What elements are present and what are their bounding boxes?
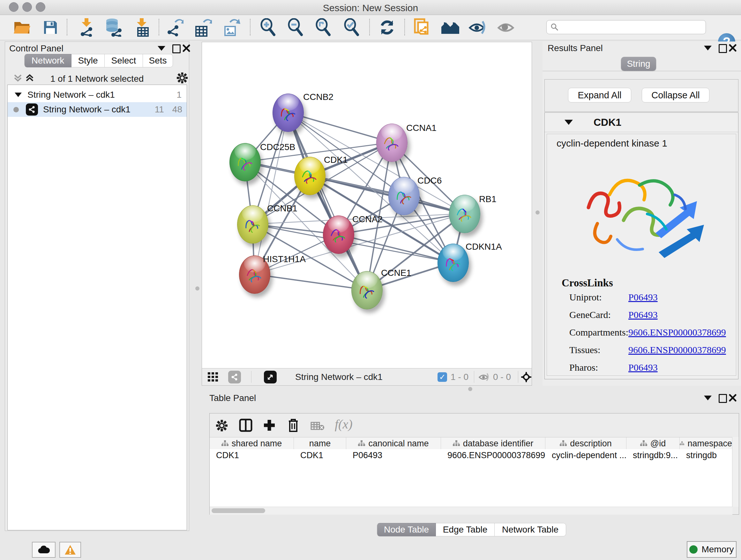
crosslink-value-link[interactable]: 9606.ENSP00000378699	[628, 327, 726, 338]
close-panel-icon[interactable]	[729, 394, 737, 401]
network-node-CCNA1[interactable]	[376, 124, 408, 162]
float-panel-icon[interactable]	[719, 44, 727, 53]
tab-sets[interactable]: Sets	[143, 54, 173, 67]
table-cell[interactable]: stringdb	[680, 449, 732, 461]
results-actions-box: Expand All Collapse All	[544, 79, 738, 112]
protein-thumbnail-icon	[444, 253, 462, 273]
close-panel-icon[interactable]	[729, 44, 737, 52]
close-panel-icon[interactable]	[183, 44, 190, 52]
search-input[interactable]	[546, 20, 706, 34]
table-panel: f(x) shared namenamecanonical namedataba…	[209, 413, 739, 515]
crosslink-value-link[interactable]: P06493	[628, 362, 658, 373]
zoom-in-button[interactable]	[258, 17, 278, 37]
collection-expander-icon[interactable]	[15, 92, 22, 97]
network-node-CDKN1A[interactable]	[437, 244, 469, 282]
zoom-out-button[interactable]	[285, 17, 306, 37]
tab-edge-table[interactable]: Edge Table	[436, 523, 495, 537]
panel-menu-icon[interactable]	[704, 395, 712, 400]
network-node-CCNE1[interactable]	[351, 271, 383, 309]
crosslink-value-link[interactable]: 9606.ENSP00000378699	[628, 345, 726, 355]
crosslink-value-link[interactable]: P06493	[628, 309, 658, 320]
network-node-CDK1[interactable]	[294, 157, 326, 195]
column-header-database-identifier[interactable]: database identifier	[441, 437, 545, 449]
first-neighbors-button[interactable]	[440, 17, 461, 37]
column-header--id[interactable]: @id	[626, 437, 680, 449]
grid-view-icon[interactable]	[208, 372, 219, 382]
export-network-button[interactable]	[165, 17, 185, 37]
network-share-view-icon[interactable]	[228, 371, 241, 383]
tab-select[interactable]: Select	[105, 54, 143, 67]
left-splitter-handle[interactable]	[195, 287, 199, 291]
network-node-CDC25B[interactable]	[229, 143, 261, 181]
import-network-database-button[interactable]	[103, 17, 124, 37]
table-cell[interactable]: 9606.ENSP00000378699	[441, 449, 545, 461]
network-node-CCNB1[interactable]	[237, 205, 268, 244]
import-table-file-button[interactable]	[131, 17, 152, 37]
warning-status-button[interactable]	[59, 542, 81, 558]
tab-network-table[interactable]: Network Table	[495, 523, 566, 537]
table-cell[interactable]: CDK1	[210, 449, 294, 461]
crosslink-value-link[interactable]: P06493	[628, 292, 658, 303]
copy-style-button[interactable]	[412, 17, 432, 37]
node-label-CDK1: CDK1	[324, 155, 348, 165]
table-vertical-scrollbar[interactable]	[732, 437, 739, 507]
fit-content-crosshair-icon[interactable]	[521, 372, 531, 382]
hide-selected-button[interactable]	[468, 17, 488, 37]
tab-string[interactable]: String	[621, 57, 656, 71]
column-header-shared-name[interactable]: shared name	[210, 437, 294, 449]
gene-header-row[interactable]: CDK1	[545, 113, 738, 132]
panel-menu-icon[interactable]	[704, 46, 712, 51]
network-collection-row[interactable]: String Network – cdk1 1	[8, 87, 187, 102]
horizontal-splitter-handle[interactable]	[468, 387, 472, 391]
right-splitter-handle[interactable]	[536, 210, 540, 214]
delete-column-trash-icon[interactable]	[287, 418, 300, 433]
network-row[interactable]: String Network – cdk1 11 48	[8, 102, 187, 117]
column-header-description[interactable]: description	[545, 437, 626, 449]
gene-description: cyclin-dependent kinase 1	[556, 138, 667, 149]
network-node-RB1[interactable]	[449, 195, 480, 233]
table-horizontal-scrollbar[interactable]	[210, 507, 732, 515]
tab-node-table[interactable]: Node Table	[377, 523, 436, 537]
show-all-button[interactable]	[496, 17, 516, 37]
apply-layout-button[interactable]	[377, 17, 397, 37]
show-columns-icon[interactable]	[239, 419, 253, 432]
zoom-fit-button[interactable]	[313, 17, 333, 37]
column-header-namespace[interactable]: namespace	[680, 437, 732, 449]
save-session-button[interactable]	[40, 17, 61, 37]
scrollbar-thumb[interactable]	[212, 508, 265, 513]
table-cell[interactable]: stringdb:9...	[626, 449, 680, 461]
network-node-CDC6[interactable]	[388, 177, 420, 215]
table-cell[interactable]: CDK1	[294, 449, 346, 461]
network-node-CCNB2[interactable]	[273, 94, 304, 132]
table-cell[interactable]: cyclin-dependent ...	[545, 449, 626, 461]
network-options-gear-icon[interactable]	[176, 72, 188, 84]
table-row[interactable]: CDK1CDK1P064939606.ENSP00000378699cyclin…	[210, 449, 732, 461]
table-cell[interactable]: P06493	[346, 449, 441, 461]
column-header-name[interactable]: name	[294, 437, 346, 449]
float-panel-icon[interactable]	[172, 44, 181, 53]
export-table-button[interactable]	[193, 17, 213, 37]
import-network-file-button[interactable]	[76, 17, 97, 37]
column-header-label: database identifier	[463, 439, 534, 449]
network-view-panel: CCNB2CCNA1CDC25BCDK1CDC6RB1CCNB1CCNA2CDK…	[202, 42, 532, 386]
selected-checkbox-icon[interactable]: ✓	[437, 372, 447, 382]
column-header-canonical-name[interactable]: canonical name	[346, 437, 441, 449]
expand-all-button[interactable]: Expand All	[568, 88, 631, 103]
tab-style[interactable]: Style	[71, 54, 105, 67]
create-column-plus-icon[interactable]	[263, 419, 276, 432]
export-image-button[interactable]	[221, 17, 242, 37]
panel-menu-icon[interactable]	[158, 46, 165, 51]
network-node-CCNA2[interactable]	[323, 215, 354, 254]
protein-thumbnail-icon	[455, 205, 474, 225]
network-canvas[interactable]: CCNB2CCNA1CDC25BCDK1CDC6RB1CCNB1CCNA2CDK…	[202, 42, 532, 368]
cloud-status-button[interactable]	[32, 542, 56, 558]
table-options-gear-icon[interactable]	[215, 419, 228, 432]
open-session-button[interactable]	[12, 17, 32, 37]
zoom-selected-button[interactable]	[341, 17, 362, 37]
float-panel-icon[interactable]	[719, 394, 727, 403]
birdseye-view-icon[interactable]	[264, 371, 277, 383]
collapse-all-button[interactable]: Collapse All	[642, 88, 710, 103]
tab-network[interactable]: Network	[24, 54, 71, 67]
gene-expander-icon[interactable]	[564, 120, 573, 125]
memory-button[interactable]: Memory	[687, 541, 737, 558]
